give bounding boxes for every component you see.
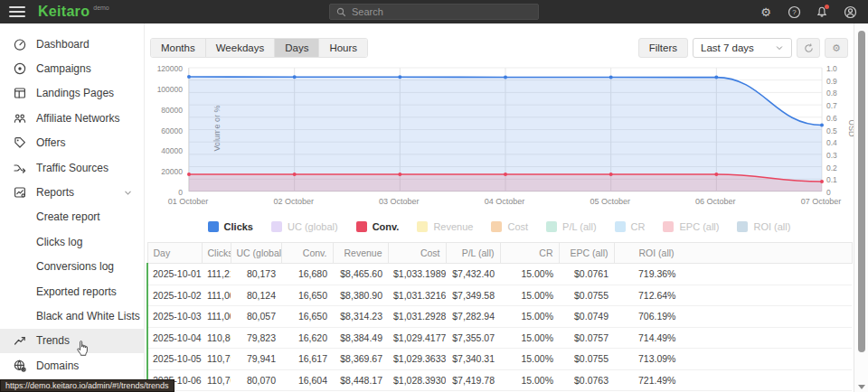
column-header-revenue[interactable]: Revenue xyxy=(333,243,388,264)
x-axis-tick: 06 October xyxy=(695,197,736,206)
legend-item-clicks[interactable]: Clicks xyxy=(208,221,253,232)
chart-legend: ClicksUC (global)Conv.RevenueCostP/L (al… xyxy=(145,221,854,232)
x-axis-tick: 02 October xyxy=(273,197,314,206)
cell-day: 2025-10-05 xyxy=(147,349,202,370)
conv-data-point xyxy=(820,180,824,183)
sidebar-item-conversions-log[interactable]: Conversions log xyxy=(0,255,144,279)
cell-clicks: 111,21 xyxy=(202,264,231,285)
sidebar-item-landings-pages[interactable]: Landings Pages xyxy=(0,81,144,106)
x-axis-tick: 01 October xyxy=(168,197,209,206)
x-axis-tick: 07 October xyxy=(801,197,842,206)
y-right-tick: 0.3 xyxy=(826,151,837,160)
sidebar-item-label: Reports xyxy=(36,186,74,199)
cell-conv: 16,620 xyxy=(281,327,333,349)
sidebar: DashboardCampaignsLandings PagesAffiliat… xyxy=(0,23,145,392)
cell-p-l-all: $7,349.58 xyxy=(446,285,500,306)
tab-months[interactable]: Months xyxy=(151,39,206,57)
column-header-conv[interactable]: Conv. xyxy=(281,243,333,264)
search-input[interactable]: Search xyxy=(329,4,539,20)
conv-data-point xyxy=(187,173,191,176)
trends-table: DayClicksUC (global)Conv.RevenueCostP/L … xyxy=(146,242,853,392)
menu-icon[interactable] xyxy=(9,6,25,17)
column-header-cost[interactable]: Cost xyxy=(388,243,446,264)
chevron-down-icon xyxy=(123,188,133,198)
notifications-icon[interactable] xyxy=(815,5,829,19)
cell-revenue: $8,380.90 xyxy=(333,285,388,306)
table-body: 2025-10-01111,2180,17316,680$8,465.60$1,… xyxy=(147,264,852,392)
sidebar-item-affiliate-networks[interactable]: Affiliate Networks xyxy=(0,106,144,130)
legend-item-p-l-all[interactable]: P/L (all) xyxy=(546,221,597,232)
domains-icon xyxy=(13,359,27,373)
column-header-cr[interactable]: CR xyxy=(500,243,559,264)
tab-days[interactable]: Days xyxy=(275,39,319,57)
chart-svg xyxy=(189,68,822,191)
sidebar-item-offers[interactable]: Offers xyxy=(0,131,144,155)
y-right-tick: 0.1 xyxy=(826,175,837,184)
sidebar-subitem-label: Create report xyxy=(36,210,100,223)
scrollbar-thumb[interactable] xyxy=(858,31,865,352)
column-header-p-l-all[interactable]: P/L (all) xyxy=(446,243,500,264)
y-left-tick: 20000 xyxy=(161,167,183,176)
cell-clicks: 111,00 xyxy=(202,285,231,306)
tab-hours[interactable]: Hours xyxy=(319,39,367,57)
date-range-select[interactable]: Last 7 days xyxy=(693,38,792,58)
svg-text:?: ? xyxy=(792,8,797,16)
y-right-tick: 0.2 xyxy=(826,163,837,173)
sidebar-item-clicks-log[interactable]: Clicks log xyxy=(0,229,144,254)
sidebar-item-traffic-sources[interactable]: Traffic Sources xyxy=(0,155,144,180)
keitaro-trends-screen: Keitaro demo Search ⚙ ? DashboardCampaig… xyxy=(0,0,868,392)
sidebar-item-trends[interactable]: Trends xyxy=(0,329,144,353)
help-icon[interactable]: ? xyxy=(787,5,801,19)
legend-label: EPC (all) xyxy=(679,221,719,232)
cell-roi-all: 719.36% xyxy=(614,264,852,285)
clicks-data-point xyxy=(398,75,401,79)
cell-uc-global: 80,057 xyxy=(231,306,281,328)
main-content: MonthsWeekdaysDaysHours Filters Last 7 d… xyxy=(145,23,854,392)
legend-item-conv[interactable]: Conv. xyxy=(356,221,400,232)
sidebar-item-campaigns[interactable]: Campaigns xyxy=(0,56,144,80)
column-header-uc-global[interactable]: UC (global) xyxy=(231,243,281,264)
scrollbar-down-arrow[interactable] xyxy=(858,385,865,389)
sidebar-item-domains[interactable]: Domains xyxy=(0,353,144,378)
legend-item-roi-all[interactable]: ROI (all) xyxy=(737,221,790,232)
column-header-clicks[interactable]: Clicks xyxy=(202,243,231,264)
account-icon[interactable] xyxy=(843,5,857,19)
sidebar-subitem-label: Exported reports xyxy=(36,285,117,298)
tab-weekdays[interactable]: Weekdays xyxy=(206,39,275,57)
legend-item-epc-all[interactable]: EPC (all) xyxy=(663,221,719,232)
column-header-day[interactable]: Day xyxy=(147,243,202,264)
legend-item-cr[interactable]: CR xyxy=(615,221,646,232)
column-header-epc-all[interactable]: EPC (all) xyxy=(559,243,614,264)
table-header: DayClicksUC (global)Conv.RevenueCostP/L … xyxy=(147,243,852,264)
legend-label: Revenue xyxy=(433,221,473,232)
cell-uc-global: 80,124 xyxy=(231,285,281,306)
landings-icon xyxy=(13,86,27,100)
sidebar-item-create-report[interactable]: Create report xyxy=(0,205,144,229)
table-row: 2025-10-03111,0080,05716,650$8,314.23$1,… xyxy=(147,306,852,328)
search-placeholder: Search xyxy=(352,6,383,17)
sidebar-item-black-and-white-lists[interactable]: Black and White Lists xyxy=(0,303,144,328)
legend-item-cost[interactable]: Cost xyxy=(491,221,528,232)
scrollbar-track[interactable] xyxy=(854,23,868,392)
legend-item-revenue[interactable]: Revenue xyxy=(417,221,473,232)
cell-conv: 16,680 xyxy=(281,264,333,285)
sidebar-item-dashboard[interactable]: Dashboard xyxy=(0,32,144,56)
chart-settings-button[interactable]: ⚙ xyxy=(825,38,848,58)
y-left-tick: 0 xyxy=(178,188,183,197)
filters-button[interactable]: Filters xyxy=(638,38,688,58)
date-range-value: Last 7 days xyxy=(701,42,754,53)
keitaro-logo[interactable]: Keitaro xyxy=(38,4,90,20)
notification-dot xyxy=(825,5,829,9)
offers-icon xyxy=(13,135,27,150)
settings-icon[interactable]: ⚙ xyxy=(759,5,773,19)
clicks-data-point xyxy=(714,76,718,79)
sidebar-item-exported-reports[interactable]: Exported reports xyxy=(0,279,144,303)
cell-roi-all: 713.09% xyxy=(614,349,852,370)
y-right-tick: 0.6 xyxy=(826,114,837,123)
refresh-button[interactable] xyxy=(797,38,820,58)
sidebar-item-reports[interactable]: Reports xyxy=(0,180,144,204)
column-header-roi-all[interactable]: ROI (all) xyxy=(614,243,852,264)
clicks-data-point xyxy=(609,76,613,79)
sidebar-item-label: Affiliate Networks xyxy=(36,112,119,125)
legend-item-uc-global[interactable]: UC (global) xyxy=(271,221,338,232)
